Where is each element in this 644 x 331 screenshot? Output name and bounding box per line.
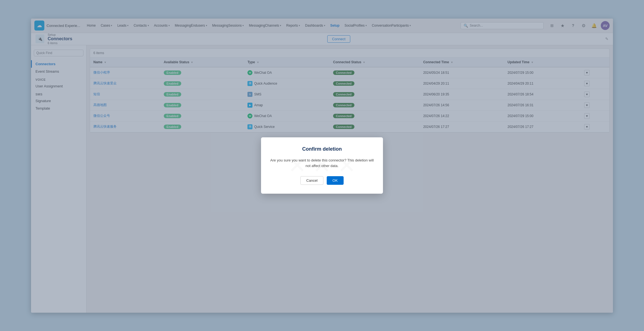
outer-frame: ☁ Connected Experie... Home Cases ▾ Lead…	[0, 0, 644, 331]
ok-button[interactable]: OK	[327, 176, 344, 185]
cancel-button[interactable]: Cancel	[300, 176, 323, 185]
modal-title: Confirm deletion	[270, 146, 374, 152]
modal-footer: Cancel OK	[270, 176, 374, 185]
browser-window: ☁ Connected Experie... Home Cases ▾ Lead…	[31, 19, 613, 313]
modal-overlay: ✕ ✕ ✕ Confirm deletion Are you sure you …	[31, 19, 613, 313]
confirm-deletion-modal: ✕ ✕ ✕ Confirm deletion Are you sure you …	[261, 137, 383, 194]
modal-body: Are you sure you want to delete this con…	[270, 158, 374, 168]
